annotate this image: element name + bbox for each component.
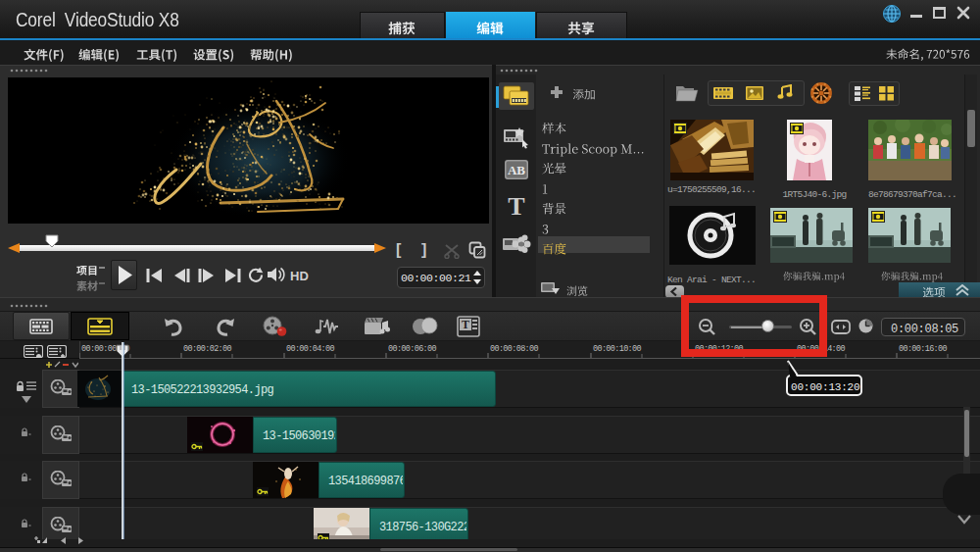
svg-text:00:00:02:00: 00:00:02:00 bbox=[183, 344, 232, 354]
svg-text:00:00:13:20: 00:00:13:20 bbox=[791, 381, 859, 393]
svg-text:T: T bbox=[508, 193, 524, 219]
svg-text:00:00:04:00: 00:00:04:00 bbox=[286, 344, 335, 354]
svg-text:00:00:06:00: 00:00:06:00 bbox=[388, 344, 437, 354]
svg-text:00:00:10:00: 00:00:10:00 bbox=[593, 344, 642, 354]
svg-text:T: T bbox=[462, 318, 469, 331]
svg-text:00:00:16:00: 00:00:16:00 bbox=[899, 344, 948, 354]
svg-text:AB: AB bbox=[508, 163, 525, 177]
svg-text:00:00:08:00: 00:00:08:00 bbox=[490, 344, 539, 354]
